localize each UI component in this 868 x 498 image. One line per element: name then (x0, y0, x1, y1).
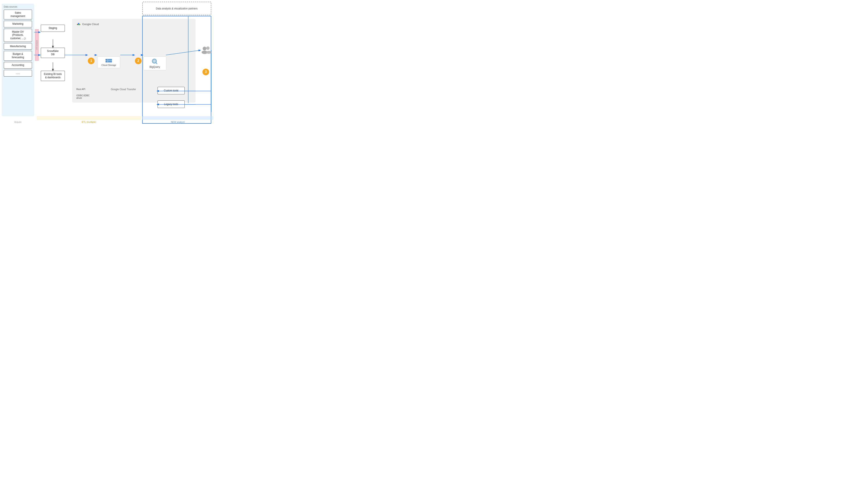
data-sources-title: Data sources (4, 5, 32, 8)
gc-logo-text: Google Cloud (82, 23, 99, 26)
acquire-band (2, 117, 34, 120)
svg-point-19 (206, 51, 211, 54)
old-analyse-bar: Old analyse (35, 29, 39, 61)
legacy-tools-box: Legacy tools (158, 101, 185, 108)
users-icon (201, 45, 212, 55)
svg-rect-7 (106, 61, 106, 62)
svg-point-8 (107, 60, 107, 60)
partners-box: Data analysis & visualization partners (142, 2, 211, 15)
svg-point-14 (154, 61, 155, 62)
ds-item-marketing: Marketing (4, 21, 32, 27)
rest-api-label: Rest API (76, 88, 85, 90)
badge-2: 2 (135, 57, 142, 64)
cloud-storage-icon (105, 58, 112, 63)
cloud-storage-label: Cloud Storage (102, 64, 116, 66)
ds-item-ellipsis: ...... (4, 70, 32, 77)
svg-point-1 (78, 23, 79, 25)
gc-transfer-label: Google Cloud Transfer (99, 88, 147, 91)
svg-point-11 (108, 61, 108, 62)
badge-3: 3 (202, 69, 209, 75)
new-analyze-band (142, 116, 213, 120)
custom-tools-box: Custom tools (158, 87, 185, 94)
etl-band (37, 116, 141, 120)
svg-point-18 (206, 47, 210, 50)
google-cloud-icon (76, 22, 81, 26)
acquire-label: Acquire (2, 121, 34, 123)
ds-item-manufacturing: Manufacturing (4, 43, 32, 50)
svg-point-16 (203, 47, 206, 50)
svg-point-10 (107, 61, 107, 62)
svg-point-9 (108, 60, 108, 60)
users-icon-container (201, 45, 212, 55)
bigquery-box: BigQuery (143, 56, 166, 70)
snowflake-box: SnowflakeDB (41, 48, 65, 58)
new-analyze-label: NEW analyze (142, 121, 213, 123)
ds-item-budget: Budget &forecasting (4, 51, 32, 61)
etl-label: ETL (multiple) (37, 121, 141, 123)
google-cloud-logo: Google Cloud (76, 22, 99, 26)
bi-tools-box: Existing BI tools& dashboards (41, 71, 65, 81)
svg-rect-6 (106, 61, 112, 62)
ds-item-accounting: Accounting (4, 62, 32, 69)
badge-1: 1 (88, 57, 95, 64)
svg-rect-5 (106, 59, 106, 61)
svg-line-15 (156, 63, 157, 64)
svg-rect-4 (106, 59, 112, 61)
cloud-storage-box: Cloud Storage (97, 56, 120, 68)
data-sources-panel: Data sources Salesmanagement Marketing M… (2, 4, 34, 116)
bigquery-label: BigQuery (149, 65, 160, 68)
odbc-label: ODBC/JDBCdriver (76, 94, 90, 99)
partners-text: Data analysis & visualization partners (156, 7, 198, 10)
bigquery-icon (152, 58, 158, 65)
ds-item-sales: Salesmanagement (4, 10, 32, 19)
staging-box: Staging (41, 25, 65, 32)
ds-item-master-dv: Master DV(Products,customer, ....) (4, 29, 32, 42)
svg-rect-3 (77, 25, 81, 25)
old-analyse-label: Old analyse (36, 40, 38, 50)
